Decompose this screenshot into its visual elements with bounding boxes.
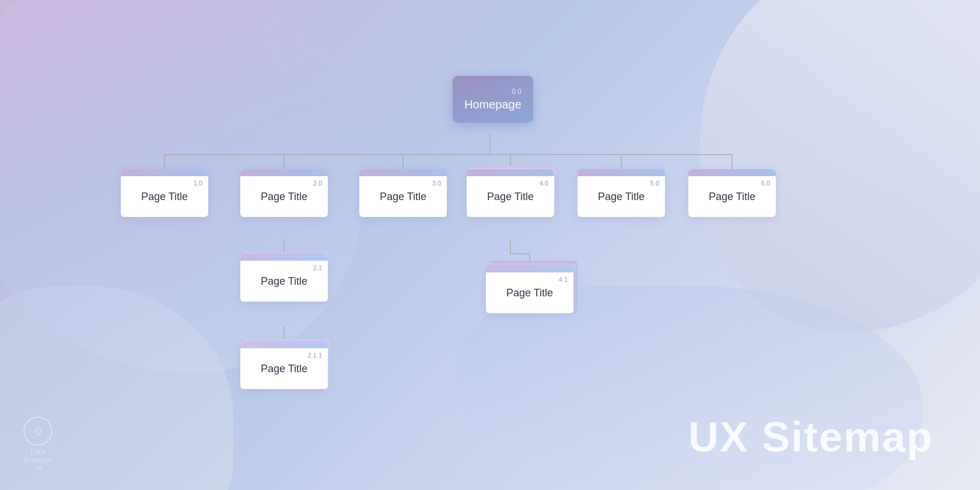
node5-label: Page Title bbox=[598, 191, 645, 203]
node5-card[interactable]: 5.0 Page Title bbox=[578, 169, 665, 217]
logo: ⊙ Let'sEnhance.io bbox=[23, 416, 52, 473]
node211-body: 2.1.1 Page Title bbox=[240, 348, 328, 389]
node211-card[interactable]: 2.1.1 Page Title bbox=[240, 341, 328, 389]
node6-header bbox=[688, 169, 776, 176]
node41-card[interactable]: 4.1 Page Title bbox=[486, 265, 573, 313]
node5-body: 5.0 Page Title bbox=[578, 176, 665, 217]
logo-text: Let'sEnhance.io bbox=[23, 448, 52, 473]
node5-header bbox=[578, 169, 665, 176]
homepage-card[interactable]: 0.0 Homepage bbox=[453, 76, 533, 123]
node6-card[interactable]: 6.0 Page Title bbox=[688, 169, 776, 217]
node41-label: Page Title bbox=[506, 287, 553, 299]
node4-body: 4.0 Page Title bbox=[467, 176, 554, 217]
node-5[interactable]: 5.0 Page Title bbox=[578, 169, 665, 217]
node1-number: 1.0 bbox=[194, 180, 202, 187]
node4-label: Page Title bbox=[487, 191, 534, 203]
node21-label: Page Title bbox=[261, 275, 307, 288]
node21-body: 2.1 Page Title bbox=[240, 261, 328, 302]
node-2[interactable]: 2.0 Page Title bbox=[240, 169, 328, 217]
node211-label: Page Title bbox=[261, 363, 307, 375]
node2-header bbox=[240, 169, 328, 176]
node3-card[interactable]: 3.0 Page Title bbox=[359, 169, 447, 217]
node2-body: 2.0 Page Title bbox=[240, 176, 328, 217]
node-211[interactable]: 2.1.1 Page Title bbox=[240, 341, 328, 389]
node2-label: Page Title bbox=[261, 191, 307, 203]
node-4[interactable]: 4.0 Page Title bbox=[467, 169, 554, 217]
node4-header bbox=[467, 169, 554, 176]
node-3[interactable]: 3.0 Page Title bbox=[359, 169, 447, 217]
node41-header bbox=[486, 265, 573, 272]
node-1[interactable]: 1.0 Page Title bbox=[121, 169, 208, 217]
homepage-node[interactable]: 0.0 Homepage bbox=[453, 76, 533, 123]
page-title: UX Sitemap bbox=[688, 413, 933, 461]
node211-header bbox=[240, 341, 328, 348]
node21-number: 2.1 bbox=[313, 264, 322, 271]
homepage-number: 0.0 bbox=[512, 88, 522, 96]
node1-card[interactable]: 1.0 Page Title bbox=[121, 169, 208, 217]
node3-body: 3.0 Page Title bbox=[359, 176, 447, 217]
node41-body: 4.1 Page Title bbox=[486, 272, 573, 313]
node21-card[interactable]: 2.1 Page Title bbox=[240, 254, 328, 302]
node3-number: 3.0 bbox=[432, 180, 441, 187]
node1-body: 1.0 Page Title bbox=[121, 176, 208, 217]
node3-label: Page Title bbox=[380, 191, 426, 203]
node-6[interactable]: 6.0 Page Title bbox=[688, 169, 776, 217]
node2-card[interactable]: 2.0 Page Title bbox=[240, 169, 328, 217]
node3-header bbox=[359, 169, 447, 176]
node4-card[interactable]: 4.0 Page Title bbox=[467, 169, 554, 217]
homepage-label: Homepage bbox=[464, 98, 522, 111]
node4-number: 4.0 bbox=[540, 180, 548, 187]
node21-header bbox=[240, 254, 328, 261]
node41-number: 4.1 bbox=[559, 276, 568, 283]
node2-number: 2.0 bbox=[313, 180, 322, 187]
node6-label: Page Title bbox=[709, 191, 755, 203]
node1-header bbox=[121, 169, 208, 176]
content: UX Sitemap ⊙ Let'sEnhance.io 0. bbox=[0, 0, 980, 490]
node5-number: 5.0 bbox=[650, 180, 659, 187]
node-41[interactable]: 4.1 Page Title bbox=[486, 265, 573, 313]
node6-body: 6.0 Page Title bbox=[688, 176, 776, 217]
node6-number: 6.0 bbox=[761, 180, 770, 187]
node211-number: 2.1.1 bbox=[308, 352, 322, 359]
node1-label: Page Title bbox=[141, 191, 188, 203]
node-21[interactable]: 2.1 Page Title bbox=[240, 254, 328, 302]
